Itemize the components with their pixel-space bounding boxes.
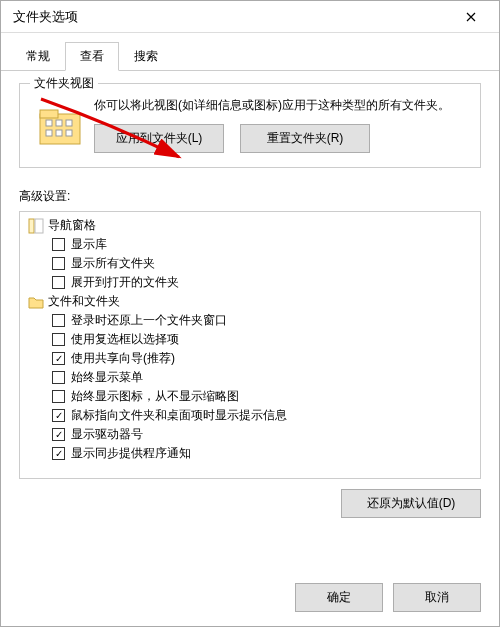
cancel-button[interactable]: 取消 [393,583,481,612]
folder-view-description: 你可以将此视图(如详细信息或图标)应用于这种类型的所有文件夹。 [94,96,468,114]
dialog-button-bar: 确定 取消 [1,573,499,626]
tree-checkbox-item[interactable]: 显示库 [22,235,478,254]
titlebar: 文件夹选项 [1,1,499,33]
tree-group: 导航窗格 [22,216,478,235]
tab-general[interactable]: 常规 [11,42,65,71]
tree-checkbox-item[interactable]: 显示所有文件夹 [22,254,478,273]
svg-rect-6 [56,130,62,136]
checkbox[interactable] [52,276,65,289]
checkbox[interactable] [52,371,65,384]
tree-checkbox-item[interactable]: 鼠标指向文件夹和桌面项时显示提示信息 [22,406,478,425]
reset-folders-button[interactable]: 重置文件夹(R) [240,124,370,153]
checkbox[interactable] [52,428,65,441]
svg-rect-4 [66,120,72,126]
restore-defaults-button[interactable]: 还原为默认值(D) [341,489,481,518]
folder-view-group: 文件夹视图 你可以将此视图(如详细信息或图标)应用于这种类型的所有文件夹。 应用… [19,83,481,168]
svg-rect-2 [46,120,52,126]
close-icon [466,12,476,22]
tree-item-label: 显示同步提供程序通知 [71,445,191,462]
tree-checkbox-item[interactable]: 展开到打开的文件夹 [22,273,478,292]
tree-item-label: 始终显示图标，从不显示缩略图 [71,388,239,405]
tree-checkbox-item[interactable]: 登录时还原上一个文件夹窗口 [22,311,478,330]
checkbox[interactable] [52,257,65,270]
ok-button[interactable]: 确定 [295,583,383,612]
tree-item-label: 鼠标指向文件夹和桌面项时显示提示信息 [71,407,287,424]
checkbox[interactable] [52,314,65,327]
tree-checkbox-item[interactable]: 显示同步提供程序通知 [22,444,478,463]
tree-checkbox-item[interactable]: 始终显示图标，从不显示缩略图 [22,387,478,406]
tree-item-label: 使用复选框以选择项 [71,331,179,348]
tree-item-label: 显示库 [71,236,107,253]
checkbox[interactable] [52,238,65,251]
folder-view-group-title: 文件夹视图 [30,75,98,92]
folder-icon [28,294,44,310]
folder-options-icon [36,102,84,150]
tab-view[interactable]: 查看 [65,42,119,71]
checkbox[interactable] [52,447,65,460]
tree-item-label: 登录时还原上一个文件夹窗口 [71,312,227,329]
checkbox[interactable] [52,352,65,365]
tab-content: 文件夹视图 你可以将此视图(如详细信息或图标)应用于这种类型的所有文件夹。 应用… [1,71,499,573]
tree-item-label: 使用共享向导(推荐) [71,350,175,367]
svg-rect-7 [66,130,72,136]
nav-pane-icon [28,218,44,234]
tree-item-label: 显示所有文件夹 [71,255,155,272]
tab-search[interactable]: 搜索 [119,42,173,71]
close-button[interactable] [451,3,491,31]
advanced-settings-label: 高级设置: [19,188,481,205]
tree-group-label: 文件和文件夹 [48,293,120,310]
advanced-settings-tree[interactable]: 导航窗格显示库显示所有文件夹展开到打开的文件夹文件和文件夹登录时还原上一个文件夹… [19,211,481,479]
tree-checkbox-item[interactable]: 显示驱动器号 [22,425,478,444]
tree-checkbox-item[interactable]: 使用复选框以选择项 [22,330,478,349]
apply-to-folders-button[interactable]: 应用到文件夹(L) [94,124,224,153]
tree-item-label: 展开到打开的文件夹 [71,274,179,291]
tab-strip: 常规 查看 搜索 [1,33,499,71]
tree-item-label: 始终显示菜单 [71,369,143,386]
svg-rect-3 [56,120,62,126]
checkbox[interactable] [52,390,65,403]
svg-rect-5 [46,130,52,136]
tree-checkbox-item[interactable]: 始终显示菜单 [22,368,478,387]
tree-group: 文件和文件夹 [22,292,478,311]
folder-options-dialog: 文件夹选项 常规 查看 搜索 文件夹视图 [0,0,500,627]
svg-rect-1 [40,110,58,118]
tree-group-label: 导航窗格 [48,217,96,234]
tree-checkbox-item[interactable]: 使用共享向导(推荐) [22,349,478,368]
tree-item-label: 显示驱动器号 [71,426,143,443]
svg-rect-8 [29,219,34,233]
window-title: 文件夹选项 [9,8,451,26]
checkbox[interactable] [52,333,65,346]
svg-rect-9 [35,219,43,233]
checkbox[interactable] [52,409,65,422]
